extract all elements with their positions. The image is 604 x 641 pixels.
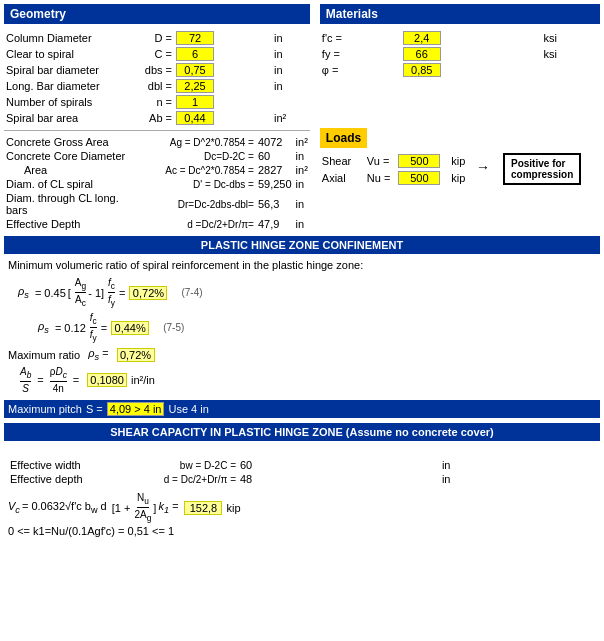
shear-eff-depth-formula: d = Dc/2+Dr/π =	[128, 472, 238, 486]
calc-unit: in	[294, 191, 310, 217]
shear-eff-width-formula: bw = D-2C =	[128, 458, 238, 472]
calc-unit: in	[294, 217, 310, 231]
geometry-inputs: Column Diameter D = 72 in Clear to spira…	[4, 30, 310, 126]
table-row: Spiral bar diameter dbs = 0,75 in	[4, 62, 310, 78]
calc-unit: in	[294, 149, 310, 163]
load-unit: kip	[449, 169, 470, 186]
fraction-numerator: fc	[108, 277, 115, 293]
d-eff-value: 47,9	[258, 218, 279, 230]
geometry-panel: Geometry Column Diameter D = 72 in Clear…	[4, 4, 310, 231]
nu-value[interactable]: 500	[398, 171, 440, 185]
load-unit: kip	[449, 152, 470, 169]
phi-value: 0,51 <= 1	[128, 525, 175, 537]
shear-section: Effective width bw = D-2C = 60 in Effect…	[4, 444, 600, 539]
row-symbol: dbs =	[134, 62, 174, 78]
dbl-value[interactable]: 2,25	[176, 79, 214, 93]
materials-title: Materials	[326, 7, 378, 21]
loads-title: Loads	[326, 131, 361, 145]
table-row: Effective depth d = Dc/2+Dr/π = 48 in	[8, 472, 596, 486]
compression-note-cell: → Positive forcompression	[470, 152, 600, 186]
top-section: Geometry Column Diameter D = 72 in Clear…	[4, 4, 600, 231]
vu-value[interactable]: 500	[398, 154, 440, 168]
dbs-value[interactable]: 0,75	[176, 63, 214, 77]
calc-unit: in²	[294, 163, 310, 177]
ab-s-fraction: Ab S	[20, 366, 31, 394]
materials-panel: Materials f'c = 2,4 ksi fy = 66 ksi φ = …	[310, 4, 600, 231]
vc-symbol: Vc	[8, 500, 20, 515]
fraction-denominator: S	[22, 382, 29, 394]
table-row: Concrete Core Diameter Dc=D-2C = 60 in	[4, 149, 310, 163]
table-row: Diam. through CL long. bars Dr=Dc-2dbs-d…	[4, 191, 310, 217]
ab-value[interactable]: 0,44	[176, 111, 214, 125]
table-row: Area Ac = Dc^2*0.7854 = 2827 in²	[4, 163, 310, 177]
n-value[interactable]: 1	[176, 95, 214, 109]
geometry-header: Geometry	[4, 4, 310, 24]
phi-value[interactable]: 0,85	[403, 63, 441, 77]
fc-fy-fraction: fc fy	[108, 277, 115, 308]
d-value[interactable]: 72	[176, 31, 214, 45]
plastic-hinge-header: PLASTIC HINGE ZONE CONFINEMENT	[4, 236, 600, 254]
table-row: φ = 0,85	[320, 62, 600, 78]
calc-unit: in²	[294, 135, 310, 149]
row-value-cell: 72	[174, 30, 272, 46]
fc-fy-fraction2: fc fy	[90, 312, 97, 343]
max-pitch-row: Maximum pitch S = 4,09 > 4 in Use 4 in	[4, 400, 600, 418]
mat-unit: ksi	[542, 30, 601, 46]
main-container: Geometry Column Diameter D = 72 in Clear…	[0, 0, 604, 543]
shear-eff-depth-value: 48	[238, 472, 440, 486]
calc-label: Concrete Gross Area	[4, 135, 130, 149]
calc-value: 59,250	[256, 177, 294, 191]
fraction-numerator: Ab	[20, 366, 31, 382]
fc-value[interactable]: 2,4	[403, 31, 441, 45]
rho-s1-symbol: ρs	[18, 285, 29, 300]
rho-s-max-value: 0,72%	[117, 348, 155, 362]
calc-value: 4072	[256, 135, 294, 149]
calc-value: 47,9	[256, 217, 294, 231]
row-label: Column Diameter	[4, 30, 134, 46]
ab-s-eq2: =	[73, 374, 79, 386]
vc-unit: kip	[226, 502, 240, 514]
fraction-numerator: Nu	[137, 492, 149, 508]
calc-formula: D' = Dc-dbs =	[130, 177, 256, 191]
row-unit	[272, 94, 310, 110]
ab-s-result: 0,1080	[87, 373, 127, 387]
ac-value: 2827	[258, 164, 282, 176]
d-prime-value: 59,250	[258, 178, 292, 190]
mat-symbol: φ =	[320, 62, 401, 78]
row-value-cell: 0,44	[174, 110, 272, 126]
fraction-denominator: Ac	[75, 293, 86, 308]
row-unit: in²	[272, 110, 310, 126]
mat-symbol: fy =	[320, 46, 401, 62]
table-row: fy = 66 ksi	[320, 46, 600, 62]
phi-condition-row: 0 <= k1=Nu/(0.1Agf'c) = 0,51 <= 1	[8, 525, 596, 537]
table-row: Number of spirals n = 1	[4, 94, 310, 110]
vc-k1: k1 =	[158, 500, 178, 515]
ab-s-eq: =	[37, 374, 43, 386]
load-label: Axial	[320, 169, 365, 186]
materials-inputs: f'c = 2,4 ksi fy = 66 ksi φ = 0,85	[320, 30, 600, 78]
row-value-cell: 1	[174, 94, 272, 110]
shear-title: SHEAR CAPACITY IN PLASTIC HINGE ZONE (As…	[110, 426, 493, 438]
fraction-denominator: fy	[108, 293, 115, 308]
ref-tag-75: (7-5)	[163, 322, 184, 333]
row-label: Clear to spiral	[4, 46, 134, 62]
eq2: = 0.12	[55, 322, 86, 334]
calc-label: Diam. through CL long. bars	[4, 191, 130, 217]
c-value[interactable]: 6	[176, 47, 214, 61]
ref-tag-74: (7-4)	[181, 287, 202, 298]
table-row: Effective Depth d =Dc/2+Dr/π= 47,9 in	[4, 217, 310, 231]
mat-value-cell: 0,85	[401, 62, 542, 78]
fy-value[interactable]: 66	[403, 47, 441, 61]
nu-2ag-fraction: Nu 2Ag	[134, 492, 151, 523]
vc-formula-row: Vc = 0.0632√f'c bw d [1 + Nu 2Ag ] k1 = …	[8, 492, 596, 523]
max-pitch-label: Maximum pitch	[8, 403, 82, 415]
max-ratio-row: Maximum ratio ρs = 0,72%	[8, 347, 596, 362]
dc-value: 60	[258, 150, 270, 162]
min-text: Minimum volumeric ratio of spiral reinfo…	[8, 259, 596, 271]
arrow-icon: →	[476, 159, 490, 175]
table-row: Column Diameter D = 72 in	[4, 30, 310, 46]
mat-unit: ksi	[542, 46, 601, 62]
shear-calcs: Effective width bw = D-2C = 60 in Effect…	[8, 458, 596, 486]
load-label: Shear	[320, 152, 365, 169]
row-symbol: n =	[134, 94, 174, 110]
